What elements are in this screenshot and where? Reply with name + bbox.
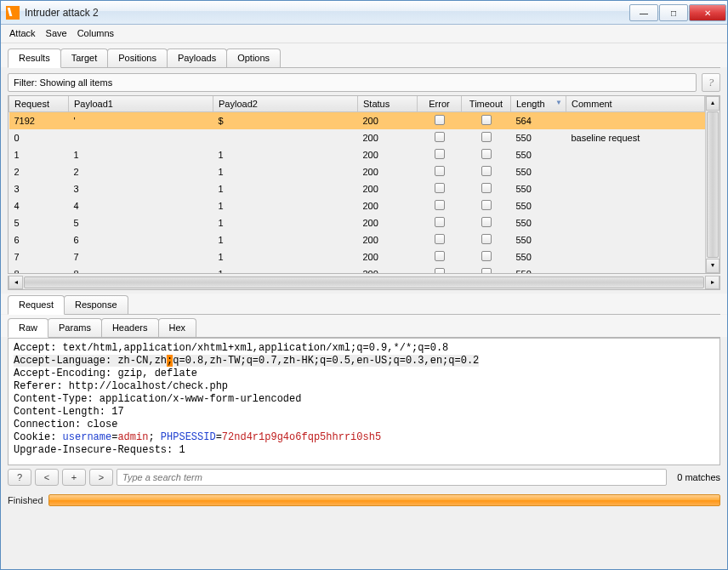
- col-timeout[interactable]: Timeout: [462, 96, 511, 112]
- footer: Finished: [8, 494, 720, 506]
- vertical-scrollbar[interactable]: ▴ ▾: [705, 96, 719, 273]
- timeout-checkbox[interactable]: [481, 251, 492, 261]
- search-add-button[interactable]: +: [62, 469, 86, 486]
- menu-columns[interactable]: Columns: [77, 28, 114, 39]
- col-payload1[interactable]: Payload1: [69, 96, 213, 112]
- detail-tabs: Request Response: [1, 294, 727, 314]
- raw-line: Content-Length: 17: [14, 406, 714, 419]
- tab-positions[interactable]: Positions: [107, 48, 168, 67]
- main-tabs: Results Target Positions Payloads Option…: [1, 43, 727, 67]
- error-checkbox[interactable]: [435, 166, 445, 176]
- scroll-up-icon[interactable]: ▴: [706, 96, 719, 111]
- timeout-checkbox[interactable]: [481, 200, 492, 210]
- timeout-checkbox[interactable]: [481, 149, 492, 159]
- results-table-wrap: Request Payload1 Payload2 Status Error T…: [8, 95, 720, 274]
- error-checkbox[interactable]: [435, 183, 445, 193]
- raw-line: Upgrade-Insecure-Requests: 1: [14, 444, 714, 457]
- window-controls: — □ ✕: [629, 3, 727, 21]
- tab-hex[interactable]: Hex: [158, 318, 197, 337]
- tab-options[interactable]: Options: [226, 48, 281, 67]
- status-text: Finished: [8, 495, 43, 505]
- raw-line: Connection: close: [14, 419, 714, 431]
- timeout-checkbox[interactable]: [481, 183, 492, 193]
- col-length[interactable]: Length: [511, 96, 566, 112]
- minimize-button[interactable]: —: [629, 4, 658, 21]
- raw-line: [14, 457, 714, 465]
- tab-payloads[interactable]: Payloads: [167, 48, 227, 67]
- error-checkbox[interactable]: [435, 132, 445, 142]
- table-row[interactable]: 441200550: [9, 197, 705, 214]
- menu-bar: Attack Save Columns: [1, 25, 727, 43]
- raw-line: Accept: text/html,application/xhtml+xml,…: [14, 342, 714, 355]
- matches-count: 0 matches: [677, 472, 720, 482]
- search-input[interactable]: [117, 469, 667, 486]
- tab-results[interactable]: Results: [8, 48, 61, 68]
- raw-request-view[interactable]: Accept: text/html,application/xhtml+xml,…: [8, 338, 720, 465]
- app-icon: [6, 6, 20, 20]
- table-row[interactable]: 551200550: [9, 214, 705, 231]
- scroll-right-icon[interactable]: ▸: [705, 276, 719, 289]
- search-prev-button[interactable]: <: [35, 469, 59, 486]
- table-row[interactable]: 221200550: [9, 163, 705, 180]
- table-row[interactable]: 331200550: [9, 180, 705, 197]
- raw-line: Content-Type: application/x-www-form-url…: [14, 393, 714, 406]
- raw-line: Accept-Language: zh-CN,zh;q=0.8,zh-TW;q=…: [14, 355, 714, 368]
- search-next-button[interactable]: >: [89, 469, 113, 486]
- raw-line: Cookie: username=admin; PHPSESSID=72nd4r…: [14, 431, 714, 444]
- filter-box[interactable]: Filter: Showing all items: [8, 73, 697, 92]
- col-status[interactable]: Status: [358, 96, 418, 112]
- results-table: Request Payload1 Payload2 Status Error T…: [9, 96, 705, 273]
- search-bar: ? < + > 0 matches: [8, 469, 720, 486]
- scroll-thumb[interactable]: [707, 111, 719, 258]
- menu-attack[interactable]: Attack: [9, 28, 36, 39]
- col-error[interactable]: Error: [418, 96, 462, 112]
- col-payload2[interactable]: Payload2: [213, 96, 358, 112]
- table-row[interactable]: 661200550: [9, 231, 705, 248]
- table-row[interactable]: 771200550: [9, 248, 705, 265]
- search-help-button[interactable]: ?: [8, 469, 31, 486]
- horizontal-scrollbar[interactable]: ◂ ▸: [8, 276, 720, 290]
- timeout-checkbox[interactable]: [481, 132, 492, 142]
- scroll-down-icon[interactable]: ▾: [706, 259, 719, 273]
- tab-target[interactable]: Target: [60, 48, 109, 67]
- error-checkbox[interactable]: [435, 217, 445, 227]
- format-tabs: Raw Params Headers Hex: [1, 315, 727, 337]
- window-title: Intruder attack 2: [25, 7, 99, 19]
- table-row[interactable]: 0200550baseline request: [9, 129, 705, 146]
- close-button[interactable]: ✕: [689, 4, 726, 21]
- table-row[interactable]: 111200550: [9, 146, 705, 163]
- col-comment[interactable]: Comment: [566, 96, 705, 112]
- col-request[interactable]: Request: [9, 96, 69, 112]
- timeout-checkbox[interactable]: [481, 115, 492, 125]
- tab-response[interactable]: Response: [64, 295, 128, 314]
- tab-raw[interactable]: Raw: [8, 318, 48, 338]
- error-checkbox[interactable]: [435, 268, 445, 273]
- tab-request[interactable]: Request: [8, 295, 65, 315]
- title-bar: Intruder attack 2 — □ ✕: [1, 1, 727, 25]
- error-checkbox[interactable]: [435, 149, 445, 159]
- table-row[interactable]: 881200550: [9, 265, 705, 273]
- filter-row: Filter: Showing all items ?: [8, 73, 720, 92]
- error-checkbox[interactable]: [435, 200, 445, 210]
- timeout-checkbox[interactable]: [481, 166, 492, 176]
- error-checkbox[interactable]: [435, 251, 445, 261]
- error-checkbox[interactable]: [435, 234, 445, 244]
- tab-params[interactable]: Params: [48, 318, 102, 337]
- tab-headers[interactable]: Headers: [101, 318, 159, 337]
- progress-bar: [48, 494, 720, 506]
- timeout-checkbox[interactable]: [481, 234, 492, 244]
- help-button[interactable]: ?: [702, 73, 720, 92]
- maximize-button[interactable]: □: [659, 4, 688, 21]
- error-checkbox[interactable]: [435, 115, 445, 125]
- timeout-checkbox[interactable]: [481, 217, 492, 227]
- table-row[interactable]: 7192'$200564: [9, 112, 705, 130]
- raw-line: Accept-Encoding: gzip, deflate: [14, 368, 714, 380]
- scroll-left-icon[interactable]: ◂: [9, 276, 23, 289]
- menu-save[interactable]: Save: [46, 28, 67, 39]
- timeout-checkbox[interactable]: [481, 268, 492, 273]
- raw-line: Referer: http://localhost/check.php: [14, 380, 714, 393]
- hscroll-thumb[interactable]: [24, 276, 704, 288]
